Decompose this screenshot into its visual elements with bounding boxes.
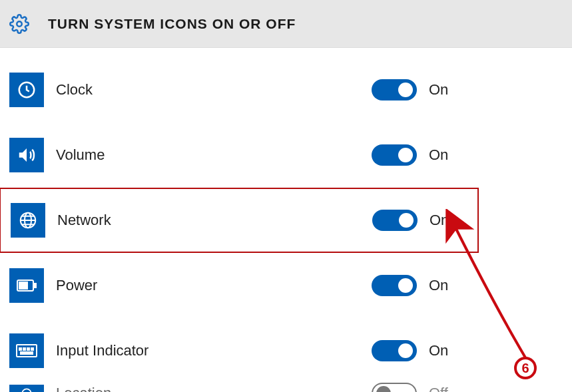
- toggle-state: On: [429, 146, 448, 164]
- svg-point-0: [17, 21, 22, 27]
- toggle-state: On: [429, 81, 448, 98]
- toggle-state: On: [429, 342, 448, 359]
- toggle-state: On: [429, 212, 449, 229]
- page-title: TURN SYSTEM ICONS ON OR OFF: [48, 16, 296, 32]
- volume-icon: [9, 138, 44, 172]
- svg-rect-8: [19, 348, 21, 350]
- row-power: Power On: [0, 253, 572, 318]
- row-label: Clock: [56, 81, 93, 98]
- svg-point-13: [22, 389, 31, 392]
- row-label: Volume: [56, 146, 105, 164]
- page-header: TURN SYSTEM ICONS ON OR OFF: [0, 0, 572, 48]
- power-icon: [9, 268, 44, 303]
- step-number: 6: [521, 361, 529, 376]
- location-icon: [9, 385, 44, 392]
- row-label: Network: [57, 212, 111, 229]
- toggle-location[interactable]: [372, 383, 417, 392]
- svg-rect-5: [19, 282, 27, 289]
- toggle-volume[interactable]: [372, 144, 417, 166]
- network-icon: [11, 203, 45, 238]
- svg-rect-12: [21, 352, 33, 354]
- input-indicator-icon: [9, 333, 44, 368]
- row-location: Location Off: [0, 383, 572, 392]
- row-input-indicator: Input Indicator On: [0, 318, 572, 383]
- gear-icon: [9, 14, 29, 34]
- row-label: Input Indicator: [56, 342, 148, 359]
- row-clock: Clock On: [0, 57, 572, 122]
- toggle-power[interactable]: [372, 275, 417, 296]
- svg-rect-11: [31, 348, 33, 350]
- row-label: Location: [56, 385, 111, 392]
- row-network: Network On: [0, 188, 479, 253]
- toggle-clock[interactable]: [372, 79, 417, 100]
- toggle-network[interactable]: [372, 210, 418, 231]
- toggle-state: Off: [429, 385, 448, 392]
- svg-rect-10: [27, 348, 29, 350]
- clock-icon: [9, 73, 44, 107]
- toggle-state: On: [429, 277, 448, 294]
- step-badge: 6: [514, 357, 537, 379]
- icon-list: Clock On Volume On Network On Power: [0, 48, 572, 392]
- row-label: Power: [56, 277, 97, 294]
- svg-rect-9: [23, 348, 25, 350]
- toggle-input-indicator[interactable]: [372, 340, 417, 361]
- svg-rect-6: [34, 284, 36, 288]
- row-volume: Volume On: [0, 122, 572, 188]
